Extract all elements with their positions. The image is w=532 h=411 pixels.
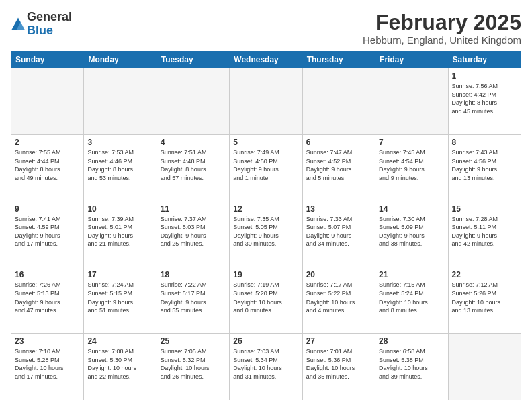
- day-number: 28: [379, 336, 444, 346]
- day-number: 10: [87, 204, 152, 214]
- calendar-cell: 28Sunrise: 6:58 AM Sunset: 5:38 PM Dayli…: [375, 334, 448, 400]
- day-info: Sunrise: 7:22 AM Sunset: 5:17 PM Dayligh…: [161, 281, 226, 314]
- day-info: Sunrise: 6:58 AM Sunset: 5:38 PM Dayligh…: [379, 347, 444, 381]
- calendar-cell: 4Sunrise: 7:51 AM Sunset: 4:48 PM Daylig…: [157, 134, 229, 201]
- col-saturday: Saturday: [448, 52, 521, 68]
- calendar-cell: 1Sunrise: 7:56 AM Sunset: 4:42 PM Daylig…: [448, 68, 521, 135]
- day-number: 6: [306, 138, 371, 147]
- day-number: 27: [306, 336, 371, 346]
- week-row-2: 9Sunrise: 7:41 AM Sunset: 4:59 PM Daylig…: [11, 201, 521, 267]
- day-info: Sunrise: 7:03 AM Sunset: 5:34 PM Dayligh…: [233, 347, 298, 381]
- day-number: 3: [87, 138, 152, 147]
- day-number: 1: [452, 71, 517, 81]
- day-info: Sunrise: 7:47 AM Sunset: 4:52 PM Dayligh…: [306, 148, 371, 182]
- week-row-3: 16Sunrise: 7:26 AM Sunset: 5:13 PM Dayli…: [11, 267, 521, 334]
- calendar-cell: 23Sunrise: 7:10 AM Sunset: 5:28 PM Dayli…: [11, 334, 84, 400]
- col-thursday: Thursday: [302, 52, 375, 68]
- logo-icon: [11, 17, 26, 32]
- day-info: Sunrise: 7:26 AM Sunset: 5:13 PM Dayligh…: [15, 281, 80, 314]
- calendar-cell: [302, 68, 375, 135]
- day-info: Sunrise: 7:43 AM Sunset: 4:56 PM Dayligh…: [452, 148, 517, 182]
- day-info: Sunrise: 7:53 AM Sunset: 4:46 PM Dayligh…: [87, 148, 152, 182]
- day-info: Sunrise: 7:45 AM Sunset: 4:54 PM Dayligh…: [379, 148, 444, 182]
- calendar-cell: 14Sunrise: 7:30 AM Sunset: 5:09 PM Dayli…: [375, 201, 448, 267]
- day-info: Sunrise: 7:28 AM Sunset: 5:11 PM Dayligh…: [452, 215, 517, 248]
- calendar-cell: 6Sunrise: 7:47 AM Sunset: 4:52 PM Daylig…: [302, 134, 375, 201]
- calendar-cell: 27Sunrise: 7:01 AM Sunset: 5:36 PM Dayli…: [302, 334, 375, 400]
- day-info: Sunrise: 7:37 AM Sunset: 5:03 PM Dayligh…: [161, 215, 226, 248]
- calendar-cell: 8Sunrise: 7:43 AM Sunset: 4:56 PM Daylig…: [448, 134, 521, 201]
- day-info: Sunrise: 7:10 AM Sunset: 5:28 PM Dayligh…: [15, 347, 80, 381]
- calendar-cell: 21Sunrise: 7:15 AM Sunset: 5:24 PM Dayli…: [375, 267, 448, 334]
- day-number: 9: [15, 204, 80, 214]
- calendar-cell: 19Sunrise: 7:19 AM Sunset: 5:20 PM Dayli…: [230, 267, 302, 334]
- main-title: February 2025: [363, 11, 521, 34]
- calendar-cell: [84, 68, 157, 135]
- day-number: 5: [233, 138, 298, 147]
- calendar-cell: 13Sunrise: 7:33 AM Sunset: 5:07 PM Dayli…: [302, 201, 375, 267]
- calendar-cell: 12Sunrise: 7:35 AM Sunset: 5:05 PM Dayli…: [230, 201, 302, 267]
- calendar-cell: 3Sunrise: 7:53 AM Sunset: 4:46 PM Daylig…: [84, 134, 157, 201]
- col-tuesday: Tuesday: [157, 52, 229, 68]
- col-monday: Monday: [84, 52, 157, 68]
- calendar-cell: 2Sunrise: 7:55 AM Sunset: 4:44 PM Daylig…: [11, 134, 84, 201]
- logo: General Blue: [11, 11, 72, 38]
- day-number: 26: [233, 336, 298, 346]
- subtitle: Hebburn, England, United Kingdom: [363, 34, 521, 46]
- calendar-cell: 24Sunrise: 7:08 AM Sunset: 5:30 PM Dayli…: [84, 334, 157, 400]
- day-number: 25: [161, 336, 226, 346]
- day-info: Sunrise: 7:41 AM Sunset: 4:59 PM Dayligh…: [15, 215, 80, 248]
- title-block: February 2025 Hebburn, England, United K…: [363, 11, 521, 46]
- calendar-cell: 22Sunrise: 7:12 AM Sunset: 5:26 PM Dayli…: [448, 267, 521, 334]
- week-row-4: 23Sunrise: 7:10 AM Sunset: 5:28 PM Dayli…: [11, 334, 521, 400]
- day-number: 20: [306, 270, 371, 279]
- calendar-cell: 20Sunrise: 7:17 AM Sunset: 5:22 PM Dayli…: [302, 267, 375, 334]
- day-info: Sunrise: 7:12 AM Sunset: 5:26 PM Dayligh…: [452, 281, 517, 314]
- day-number: 24: [87, 336, 152, 346]
- day-number: 4: [161, 138, 226, 147]
- day-number: 22: [452, 270, 517, 279]
- col-friday: Friday: [375, 52, 448, 68]
- day-info: Sunrise: 7:35 AM Sunset: 5:05 PM Dayligh…: [233, 215, 298, 248]
- day-number: 23: [15, 336, 80, 346]
- day-number: 18: [161, 270, 226, 279]
- day-info: Sunrise: 7:15 AM Sunset: 5:24 PM Dayligh…: [379, 281, 444, 314]
- day-info: Sunrise: 7:55 AM Sunset: 4:44 PM Dayligh…: [15, 148, 80, 182]
- day-number: 15: [452, 204, 517, 214]
- calendar-cell: 10Sunrise: 7:39 AM Sunset: 5:01 PM Dayli…: [84, 201, 157, 267]
- col-wednesday: Wednesday: [230, 52, 302, 68]
- calendar-cell: 18Sunrise: 7:22 AM Sunset: 5:17 PM Dayli…: [157, 267, 229, 334]
- calendar-cell: 25Sunrise: 7:05 AM Sunset: 5:32 PM Dayli…: [157, 334, 229, 400]
- calendar-cell: [230, 68, 302, 135]
- day-number: 21: [379, 270, 444, 279]
- calendar-cell: 16Sunrise: 7:26 AM Sunset: 5:13 PM Dayli…: [11, 267, 84, 334]
- calendar-cell: [157, 68, 229, 135]
- logo-text: General Blue: [27, 11, 72, 38]
- day-number: 17: [87, 270, 152, 279]
- page: General Blue February 2025 Hebburn, Engl…: [0, 0, 532, 411]
- day-number: 13: [306, 204, 371, 214]
- day-info: Sunrise: 7:24 AM Sunset: 5:15 PM Dayligh…: [87, 281, 152, 314]
- calendar-cell: 5Sunrise: 7:49 AM Sunset: 4:50 PM Daylig…: [230, 134, 302, 201]
- calendar-cell: [11, 68, 84, 135]
- calendar-cell: [375, 68, 448, 135]
- day-number: 16: [15, 270, 80, 279]
- day-number: 19: [233, 270, 298, 279]
- calendar-header-row: Sunday Monday Tuesday Wednesday Thursday…: [11, 52, 521, 68]
- calendar-cell: 26Sunrise: 7:03 AM Sunset: 5:34 PM Dayli…: [230, 334, 302, 400]
- day-number: 14: [379, 204, 444, 214]
- day-number: 12: [233, 204, 298, 214]
- calendar-table: Sunday Monday Tuesday Wednesday Thursday…: [11, 51, 521, 400]
- day-number: 2: [15, 138, 80, 147]
- week-row-0: 1Sunrise: 7:56 AM Sunset: 4:42 PM Daylig…: [11, 68, 521, 135]
- day-info: Sunrise: 7:33 AM Sunset: 5:07 PM Dayligh…: [306, 215, 371, 248]
- day-number: 11: [161, 204, 226, 214]
- day-info: Sunrise: 7:19 AM Sunset: 5:20 PM Dayligh…: [233, 281, 298, 314]
- calendar-cell: 9Sunrise: 7:41 AM Sunset: 4:59 PM Daylig…: [11, 201, 84, 267]
- day-info: Sunrise: 7:51 AM Sunset: 4:48 PM Dayligh…: [161, 148, 226, 182]
- calendar-cell: 7Sunrise: 7:45 AM Sunset: 4:54 PM Daylig…: [375, 134, 448, 201]
- calendar-cell: 17Sunrise: 7:24 AM Sunset: 5:15 PM Dayli…: [84, 267, 157, 334]
- calendar-cell: 15Sunrise: 7:28 AM Sunset: 5:11 PM Dayli…: [448, 201, 521, 267]
- col-sunday: Sunday: [11, 52, 84, 68]
- header: General Blue February 2025 Hebburn, Engl…: [11, 11, 521, 46]
